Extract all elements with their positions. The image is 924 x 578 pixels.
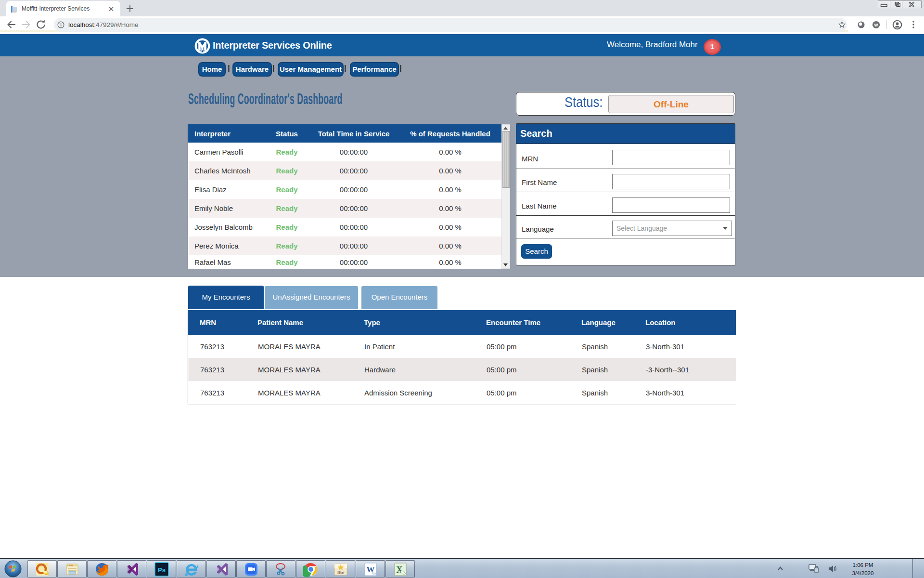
- svg-text:W: W: [874, 23, 878, 27]
- svg-text:iStar: iStar: [337, 571, 344, 574]
- svg-text:Ps: Ps: [158, 566, 166, 574]
